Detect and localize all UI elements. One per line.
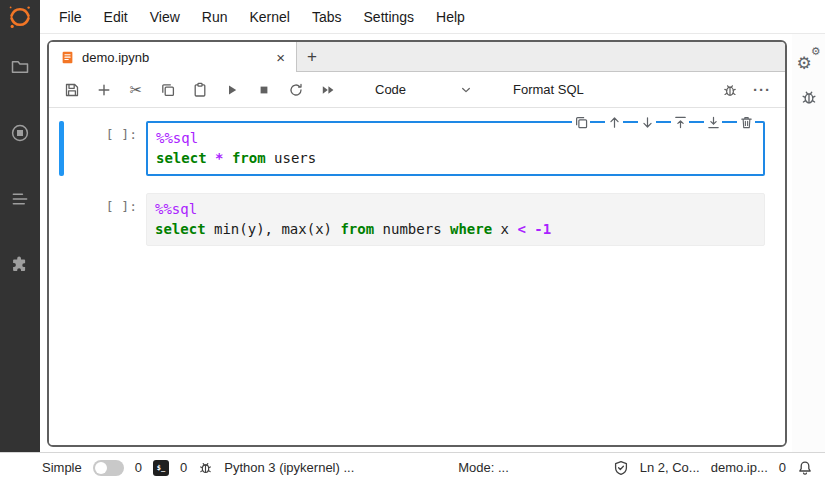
- kernel-status[interactable]: Python 3 (ipykernel) ...: [224, 460, 354, 475]
- menu-settings[interactable]: Settings: [353, 0, 426, 34]
- insert-cell-above-button[interactable]: [671, 113, 689, 131]
- active-cell-collapser[interactable]: [59, 121, 64, 176]
- bell-icon: [797, 460, 813, 476]
- menu-run[interactable]: Run: [191, 0, 239, 34]
- run-all-button[interactable]: [315, 77, 341, 103]
- cut-cells-button[interactable]: ✂: [123, 77, 149, 103]
- bug-icon: [800, 88, 818, 106]
- bug-icon: [198, 460, 213, 475]
- file-browser-button[interactable]: [9, 56, 31, 78]
- arrow-down-icon: [640, 115, 655, 130]
- copy-cells-button[interactable]: [155, 77, 181, 103]
- list-icon: [10, 189, 30, 209]
- format-sql-button[interactable]: Format SQL: [507, 79, 590, 100]
- run-icon: [224, 82, 240, 98]
- cell-2-editor[interactable]: %%sqlselect min(y), max(x) from numbers …: [146, 193, 765, 246]
- new-tab-button[interactable]: +: [297, 42, 327, 72]
- bug-icon: [722, 82, 738, 98]
- more-commands-button[interactable]: ···: [749, 77, 775, 103]
- dock-panel: demo.ipynb × +: [40, 34, 792, 452]
- cursor-position[interactable]: Ln 2, Co...: [640, 460, 700, 475]
- mode-indicator: Mode: ...: [458, 460, 509, 475]
- insert-above-icon: [673, 115, 688, 130]
- right-sidebar: ⚙ ⚙: [792, 34, 825, 452]
- table-of-contents-button[interactable]: [9, 188, 31, 210]
- save-button[interactable]: [59, 77, 85, 103]
- insert-cell-below-button[interactable]: [704, 113, 722, 131]
- notebook-toolbar: ✂: [49, 72, 785, 108]
- insert-cell-button[interactable]: [91, 77, 117, 103]
- cell-type-label: Code: [375, 82, 406, 97]
- gear-icon: ⚙: [797, 55, 812, 72]
- paste-cells-button[interactable]: [187, 77, 213, 103]
- cell-2-code: %%sqlselect min(y), max(x) from numbers …: [155, 199, 756, 239]
- debugger-sidebar-button[interactable]: [800, 88, 818, 106]
- save-icon: [64, 82, 80, 98]
- cell-toolbar: [572, 113, 755, 131]
- cell-1-code: %%sqlselect * from users: [156, 128, 755, 168]
- cell-2-prompt: [ ]:: [68, 193, 146, 246]
- toggle-knob: [95, 462, 107, 474]
- cell-2-collapser[interactable]: [59, 193, 64, 246]
- move-cell-up-button[interactable]: [605, 113, 623, 131]
- delete-cell-button[interactable]: [737, 113, 755, 131]
- menu-edit[interactable]: Edit: [93, 0, 139, 34]
- notebook-cells: [ ]: %%sqlselect * from users: [49, 108, 785, 445]
- run-cell-button[interactable]: [219, 77, 245, 103]
- notifications-count: 0: [779, 460, 786, 475]
- consoles-count: 0: [180, 460, 187, 475]
- jupyter-logo[interactable]: [0, 0, 40, 34]
- menu-kernel[interactable]: Kernel: [238, 0, 300, 34]
- left-sidebar: [0, 34, 40, 452]
- cell-1-prompt: [ ]:: [68, 121, 146, 176]
- menu-file[interactable]: File: [48, 0, 93, 34]
- running-sessions-button[interactable]: [9, 122, 31, 144]
- simple-mode-label: Simple: [42, 460, 82, 475]
- trust-indicator[interactable]: [613, 460, 629, 476]
- menu-help[interactable]: Help: [425, 0, 476, 34]
- property-inspector-button[interactable]: ⚙ ⚙: [797, 48, 821, 72]
- tab-bar: demo.ipynb × +: [49, 42, 785, 72]
- menu-tabs[interactable]: Tabs: [301, 0, 353, 34]
- debugger-button[interactable]: [717, 77, 743, 103]
- kernel-sessions-button[interactable]: [198, 460, 213, 475]
- status-bar: Simple 0 $_ 0 Python 3 (ipykernel) ... M…: [0, 452, 825, 482]
- code-cell-2[interactable]: [ ]: %%sqlselect min(y), max(x) from num…: [59, 193, 765, 246]
- terminal-icon[interactable]: $_: [153, 460, 169, 476]
- notebook-icon: [60, 50, 75, 65]
- tab-demo-ipynb[interactable]: demo.ipynb ×: [49, 42, 297, 72]
- workspace: demo.ipynb × +: [0, 34, 825, 452]
- menu-items: File Edit View Run Kernel Tabs Settings …: [40, 0, 476, 34]
- restart-icon: [288, 82, 304, 98]
- extensions-button[interactable]: [9, 254, 31, 276]
- code-cell-1[interactable]: [ ]: %%sqlselect * from users: [59, 121, 765, 176]
- shield-check-icon: [613, 460, 629, 476]
- menubar: File Edit View Run Kernel Tabs Settings …: [0, 0, 825, 34]
- folder-icon: [10, 57, 30, 77]
- chevron-down-icon: [459, 83, 473, 97]
- restart-kernel-button[interactable]: [283, 77, 309, 103]
- gear-small-icon: ⚙: [811, 46, 821, 57]
- simple-mode-toggle[interactable]: [93, 460, 124, 476]
- cell-type-dropdown[interactable]: Code: [371, 79, 477, 100]
- clipboard-icon: [192, 82, 208, 98]
- notebook-window: demo.ipynb × +: [47, 40, 787, 447]
- tab-title: demo.ipynb: [82, 50, 267, 65]
- tab-close-icon[interactable]: ×: [274, 49, 287, 66]
- cell-1-editor[interactable]: %%sqlselect * from users: [146, 121, 765, 176]
- copy-icon: [160, 82, 176, 98]
- trash-icon: [739, 115, 754, 130]
- terminals-count: 0: [135, 460, 142, 475]
- interrupt-kernel-button[interactable]: [251, 77, 277, 103]
- jupyterlab-app: File Edit View Run Kernel Tabs Settings …: [0, 0, 825, 482]
- move-cell-down-button[interactable]: [638, 113, 656, 131]
- plus-icon: [96, 82, 112, 98]
- stop-icon: [256, 82, 272, 98]
- jupyter-logo-icon: [7, 4, 33, 30]
- notifications-button[interactable]: [797, 460, 813, 476]
- stop-circle-icon: [10, 123, 30, 143]
- duplicate-cell-button[interactable]: [572, 113, 590, 131]
- menu-view[interactable]: View: [139, 0, 191, 34]
- scissors-icon: ✂: [130, 81, 143, 99]
- document-name: demo.ip...: [711, 460, 768, 475]
